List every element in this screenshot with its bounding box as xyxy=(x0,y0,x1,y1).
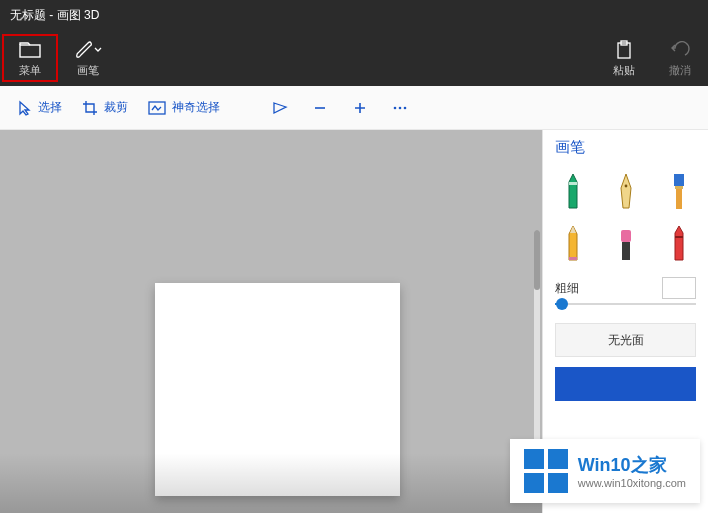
brush-icon xyxy=(74,39,102,61)
undo-label: 撤消 xyxy=(669,63,691,78)
top-toolbar: 菜单 画笔 粘贴 撤消 xyxy=(0,30,708,86)
svg-rect-0 xyxy=(20,45,40,57)
svg-rect-14 xyxy=(622,242,630,260)
magic-select-tool[interactable]: 神奇选择 xyxy=(138,86,230,130)
matte-label: 无光面 xyxy=(608,332,644,349)
slider-thumb[interactable] xyxy=(556,298,568,310)
brush-label: 画笔 xyxy=(77,63,99,78)
svg-rect-10 xyxy=(675,186,683,189)
panel-title: 画笔 xyxy=(543,138,708,165)
menu-label: 菜单 xyxy=(19,63,41,78)
thickness-section: 粗细 xyxy=(543,271,708,301)
thickness-value-box[interactable] xyxy=(662,277,696,299)
magic-select-icon xyxy=(148,101,166,115)
undo-button[interactable]: 撤消 xyxy=(652,34,708,82)
plus-tool[interactable] xyxy=(340,86,380,130)
undo-icon xyxy=(670,39,690,61)
more-icon xyxy=(392,105,408,111)
calligraphy-pen-icon xyxy=(615,172,637,212)
crop-label: 裁剪 xyxy=(104,99,128,116)
pencil-icon xyxy=(562,224,584,264)
thickness-slider-wrap xyxy=(543,301,708,315)
paste-button[interactable]: 粘贴 xyxy=(596,34,652,82)
canvas-paper[interactable] xyxy=(155,283,400,496)
svg-rect-15 xyxy=(675,236,683,238)
brush-dropdown[interactable]: 画笔 xyxy=(60,34,116,82)
paste-label: 粘贴 xyxy=(613,63,635,78)
titlebar: 无标题 - 画图 3D xyxy=(0,0,708,30)
crop-tool[interactable]: 裁剪 xyxy=(72,86,138,130)
more-tool[interactable] xyxy=(380,86,420,130)
svg-rect-7 xyxy=(569,182,577,185)
windows-logo-icon xyxy=(524,449,568,493)
svg-point-5 xyxy=(399,106,402,109)
flag-icon xyxy=(272,101,288,115)
svg-rect-9 xyxy=(674,174,684,186)
minus-icon xyxy=(313,101,327,115)
minus-tool[interactable] xyxy=(300,86,340,130)
marker-icon xyxy=(562,172,584,212)
window-title: 无标题 - 画图 3D xyxy=(10,7,99,24)
watermark-url: www.win10xitong.com xyxy=(578,477,686,489)
canvas-area[interactable] xyxy=(0,130,542,513)
svg-point-6 xyxy=(404,106,407,109)
scrollbar[interactable] xyxy=(534,230,540,450)
primary-action-button[interactable] xyxy=(555,367,696,401)
svg-rect-13 xyxy=(621,230,631,242)
brush-flat[interactable] xyxy=(655,169,702,215)
brush-crayon[interactable] xyxy=(655,221,702,267)
brush-pencil[interactable] xyxy=(549,221,596,267)
crayon-icon xyxy=(668,224,690,264)
flag-tool[interactable] xyxy=(260,86,300,130)
select-tool[interactable]: 选择 xyxy=(8,86,72,130)
crop-icon xyxy=(82,100,98,116)
matte-button[interactable]: 无光面 xyxy=(555,323,696,357)
thickness-label: 粗细 xyxy=(555,280,579,297)
brush-eraser[interactable] xyxy=(602,221,649,267)
folder-icon xyxy=(19,39,41,61)
select-label: 选择 xyxy=(38,99,62,116)
cursor-icon xyxy=(18,100,32,116)
secondary-toolbar: 选择 裁剪 神奇选择 xyxy=(0,86,708,130)
magic-select-label: 神奇选择 xyxy=(172,99,220,116)
svg-point-8 xyxy=(624,185,627,188)
svg-rect-11 xyxy=(676,189,682,209)
svg-rect-12 xyxy=(569,257,577,260)
watermark-brand: Win10之家 xyxy=(578,453,686,477)
brush-marker[interactable] xyxy=(549,169,596,215)
flat-brush-icon xyxy=(668,172,690,212)
menu-button[interactable]: 菜单 xyxy=(2,34,58,82)
plus-icon xyxy=(353,101,367,115)
eraser-icon xyxy=(615,224,637,264)
brush-calligraphy[interactable] xyxy=(602,169,649,215)
chevron-down-icon xyxy=(94,47,102,53)
watermark: Win10之家 www.win10xitong.com xyxy=(510,439,700,503)
thickness-slider[interactable] xyxy=(555,303,696,305)
svg-point-4 xyxy=(394,106,397,109)
clipboard-icon xyxy=(615,39,633,61)
brush-grid xyxy=(543,165,708,271)
